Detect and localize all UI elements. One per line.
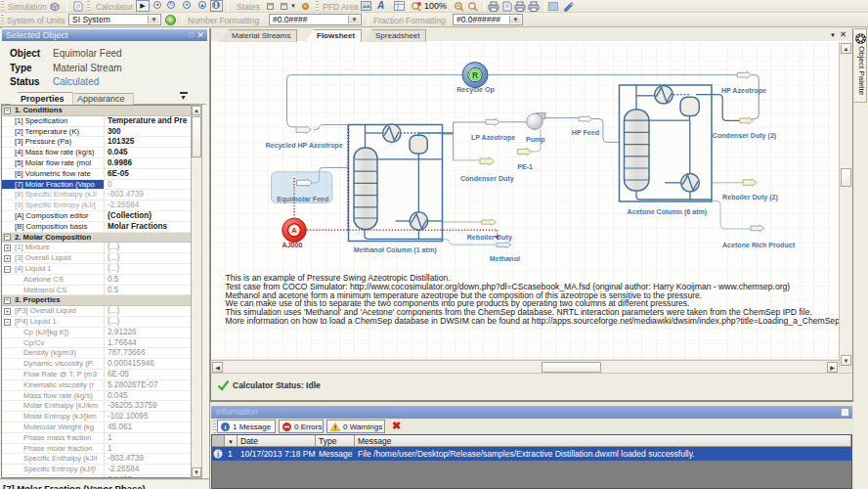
svg-text:Acetone Column (6 atm): Acetone Column (6 atm): [628, 208, 708, 216]
svg-text:Reboiler Duty (2): Reboiler Duty (2): [722, 194, 778, 201]
svg-text:AJ000: AJ000: [282, 242, 303, 249]
svg-text:PE-1: PE-1: [517, 163, 533, 171]
svg-text:Methanol Column (1 atm): Methanol Column (1 atm): [354, 246, 437, 254]
svg-text:Acetone Rich Product: Acetone Rich Product: [722, 242, 796, 249]
svg-text:Condenser Duty (2): Condenser Duty (2): [713, 132, 777, 140]
svg-text:Recycled HP Azeotrope: Recycled HP Azeotrope: [265, 142, 342, 150]
svg-text:i: i: [225, 423, 227, 431]
svg-text:Methanol: Methanol: [490, 255, 520, 263]
svg-text:A: A: [291, 226, 297, 235]
svg-text:Pump: Pump: [526, 136, 545, 144]
svg-text:R: R: [472, 70, 478, 80]
svg-text:Recycle Op: Recycle Op: [456, 86, 495, 94]
svg-text:HP Azeotrope: HP Azeotrope: [721, 87, 766, 95]
svg-text:Reboiler Duty: Reboiler Duty: [467, 234, 512, 242]
svg-text:LP Azeotrope: LP Azeotrope: [471, 134, 515, 142]
svg-text:HP Feed: HP Feed: [572, 129, 599, 137]
svg-text:Equimolar Feed: Equimolar Feed: [277, 196, 328, 203]
svg-text:Condenser Duty: Condenser Duty: [460, 175, 514, 183]
